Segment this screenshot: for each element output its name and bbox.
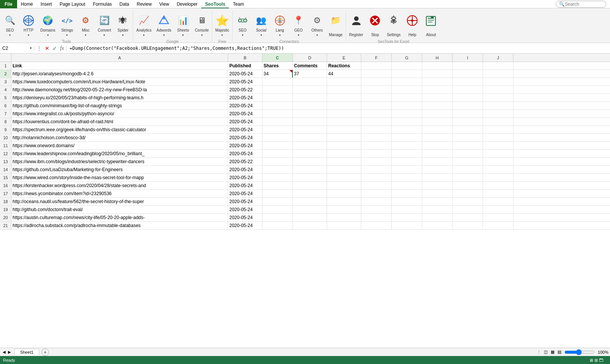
cancel-formula-icon[interactable]: ✕ bbox=[45, 45, 49, 51]
cell[interactable]: Comments bbox=[293, 62, 327, 70]
cell[interactable] bbox=[453, 110, 483, 118]
analytics-btn[interactable]: 📈 Analytics▾ bbox=[134, 12, 154, 39]
cell[interactable] bbox=[327, 110, 361, 118]
cell[interactable] bbox=[453, 206, 483, 213]
cell[interactable]: https://github.com/minimaxir/big-list-of… bbox=[11, 102, 228, 110]
cell[interactable]: 2020-05-24 bbox=[228, 182, 262, 189]
col-header-g[interactable]: G bbox=[392, 54, 422, 62]
cell[interactable]: https://www.ibm.com/blogs/industries/sel… bbox=[11, 158, 228, 165]
cell[interactable] bbox=[392, 86, 422, 94]
cell[interactable] bbox=[361, 78, 392, 86]
cell[interactable] bbox=[361, 94, 392, 102]
cell[interactable] bbox=[453, 102, 483, 110]
cell[interactable] bbox=[422, 118, 453, 126]
cell[interactable] bbox=[262, 118, 293, 126]
cell[interactable] bbox=[422, 222, 453, 229]
lang-btn[interactable]: Lang▾ bbox=[271, 12, 289, 39]
scroll-left-btn[interactable]: ◀ bbox=[2, 350, 7, 354]
col-header-f[interactable]: F bbox=[361, 54, 392, 62]
zoom-slider[interactable] bbox=[564, 350, 595, 355]
cell[interactable] bbox=[422, 86, 453, 94]
cell[interactable] bbox=[453, 118, 483, 126]
cell[interactable] bbox=[483, 142, 513, 149]
cell[interactable] bbox=[361, 206, 392, 213]
cell[interactable] bbox=[392, 206, 422, 213]
row-number[interactable]: 2 bbox=[0, 70, 11, 78]
cell[interactable] bbox=[262, 134, 293, 141]
cell[interactable] bbox=[361, 62, 392, 70]
cell[interactable] bbox=[327, 174, 361, 181]
cell[interactable] bbox=[422, 198, 453, 205]
menu-data[interactable]: Data bbox=[116, 0, 133, 8]
cell[interactable] bbox=[392, 222, 422, 229]
cell[interactable]: 2020-05-24 bbox=[228, 70, 262, 78]
cell[interactable] bbox=[453, 126, 483, 134]
row-number[interactable]: 3 bbox=[0, 78, 11, 86]
cell[interactable] bbox=[483, 110, 513, 118]
cell[interactable] bbox=[361, 102, 392, 110]
cell[interactable] bbox=[262, 110, 293, 118]
cell[interactable] bbox=[327, 206, 361, 213]
cell[interactable] bbox=[483, 222, 513, 229]
cell[interactable] bbox=[483, 150, 513, 157]
cell[interactable]: Reactions bbox=[327, 62, 361, 70]
cell[interactable] bbox=[483, 102, 513, 110]
row-number[interactable]: 12 bbox=[0, 150, 11, 157]
view-break-btn[interactable]: ▤ bbox=[558, 350, 561, 354]
cell[interactable] bbox=[392, 94, 422, 102]
cell[interactable] bbox=[262, 86, 293, 94]
cell[interactable] bbox=[327, 214, 361, 221]
cell[interactable] bbox=[483, 206, 513, 213]
cell[interactable] bbox=[483, 94, 513, 102]
cell[interactable] bbox=[422, 214, 453, 221]
geo-btn[interactable]: 📍 GEO▾ bbox=[289, 12, 308, 39]
sheets-btn[interactable]: 📊 Sheets▾ bbox=[174, 12, 192, 39]
cell[interactable] bbox=[327, 182, 361, 189]
cell[interactable]: http://www.daemonology.net/blog/2020-05-… bbox=[11, 86, 228, 94]
cell[interactable] bbox=[327, 86, 361, 94]
cell[interactable] bbox=[262, 126, 293, 134]
social-btn[interactable]: 👥 Social▾ bbox=[252, 12, 270, 39]
cell[interactable] bbox=[392, 126, 422, 134]
cell[interactable]: 2020-05-24 bbox=[228, 134, 262, 141]
cell[interactable]: https://spectrum.ieee.org/geek-life/hand… bbox=[11, 126, 228, 134]
cell[interactable] bbox=[361, 174, 392, 181]
cell[interactable] bbox=[453, 166, 483, 173]
cell[interactable] bbox=[262, 158, 293, 165]
cell[interactable] bbox=[453, 94, 483, 102]
cell[interactable] bbox=[293, 174, 327, 181]
seo-connector-btn[interactable]: SEO▾ bbox=[234, 12, 252, 39]
cell[interactable] bbox=[327, 126, 361, 134]
row-number[interactable]: 5 bbox=[0, 94, 11, 102]
cell[interactable]: https://www.oneword.domains/ bbox=[11, 142, 228, 149]
col-header-d[interactable]: D bbox=[293, 54, 327, 62]
cell[interactable]: https://louwrentius.com/dont-be-afraid-o… bbox=[11, 118, 228, 126]
cell[interactable] bbox=[483, 182, 513, 189]
cell[interactable] bbox=[483, 86, 513, 94]
cell[interactable] bbox=[293, 198, 327, 205]
cell[interactable] bbox=[293, 214, 327, 221]
cell[interactable]: Link bbox=[11, 62, 228, 70]
cell[interactable] bbox=[262, 214, 293, 221]
cell[interactable] bbox=[327, 166, 361, 173]
cell[interactable]: 2020-05-24 bbox=[228, 126, 262, 134]
cell[interactable]: http://nolannicholson.com/bosco-3d/ bbox=[11, 134, 228, 141]
formula-input[interactable] bbox=[67, 46, 610, 51]
cell[interactable] bbox=[453, 198, 483, 205]
others-btn[interactable]: ⚙ Others▾ bbox=[308, 12, 326, 39]
cell[interactable] bbox=[483, 118, 513, 126]
cell[interactable] bbox=[453, 150, 483, 157]
cell[interactable] bbox=[453, 62, 483, 70]
cell[interactable] bbox=[422, 102, 453, 110]
menu-team[interactable]: Team bbox=[229, 0, 248, 8]
cell[interactable] bbox=[483, 174, 513, 181]
cell[interactable] bbox=[361, 134, 392, 141]
cell[interactable] bbox=[361, 118, 392, 126]
cell[interactable] bbox=[422, 70, 453, 78]
row-number[interactable]: 21 bbox=[0, 222, 11, 229]
cell[interactable] bbox=[453, 70, 483, 78]
cell[interactable] bbox=[483, 158, 513, 165]
row-number[interactable]: 13 bbox=[0, 158, 11, 165]
view-normal-btn[interactable]: ◫ bbox=[544, 350, 548, 354]
cell[interactable] bbox=[392, 142, 422, 149]
